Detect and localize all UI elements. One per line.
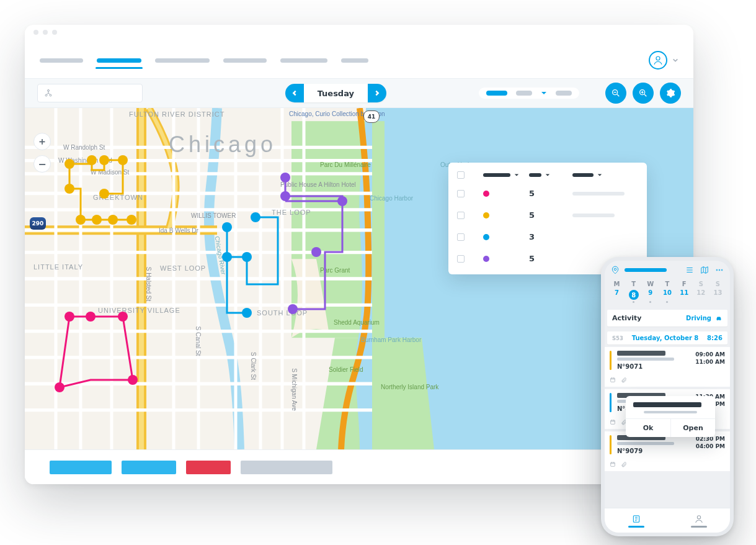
checkbox[interactable] — [457, 171, 465, 179]
caret-down-icon[interactable] — [514, 173, 519, 178]
svg-point-39 — [719, 319, 721, 320]
phone-tab-profile[interactable] — [691, 514, 707, 528]
date-label[interactable]: Tuesday — [304, 89, 368, 98]
caret-down-icon[interactable] — [597, 173, 602, 178]
map-text: THE LOOP — [272, 209, 311, 216]
phone-topbar — [605, 261, 730, 279]
phone-mock: M T W T F S S 7 8 9 10 11 12 13 Activity… — [601, 257, 734, 536]
count: 5 — [529, 189, 564, 198]
map-text: Chicago Harbor — [370, 195, 413, 202]
date-time: 8:26 — [707, 335, 723, 341]
entry-code: N°9071 — [617, 363, 690, 370]
count: 5 — [529, 210, 564, 220]
phone-tab-agenda[interactable] — [628, 514, 644, 528]
zoom-in-button[interactable] — [633, 83, 654, 104]
checkbox[interactable] — [457, 233, 465, 241]
map-text: S Michigan Ave — [291, 368, 298, 411]
settings-button[interactable] — [660, 83, 681, 104]
phone-week[interactable]: M T W T F S S 7 8 9 10 11 12 13 — [605, 279, 730, 305]
checkbox[interactable] — [457, 255, 465, 263]
nav-item[interactable] — [280, 58, 327, 63]
window-dot — [52, 30, 57, 35]
popup-ok-button[interactable]: Ok — [626, 419, 670, 437]
day[interactable]: 12 — [693, 289, 709, 301]
map[interactable]: ＋ − Chicago FULTON RIVER DISTRICT W Rand… — [25, 108, 693, 449]
search-input[interactable] — [37, 84, 143, 102]
nav-item[interactable] — [223, 58, 267, 63]
checkbox[interactable] — [457, 212, 465, 219]
map-text: Public House A Hilton Hotel — [280, 181, 356, 188]
svg-rect-42 — [611, 462, 615, 466]
color-dot — [483, 212, 489, 218]
popup-open-button[interactable]: Open — [670, 419, 715, 437]
calendar-icon — [610, 461, 616, 467]
map-text: W Washington Blvd — [58, 157, 112, 164]
svg-point-44 — [697, 515, 700, 518]
map-text: WEST LOOP — [160, 264, 206, 272]
svg-rect-40 — [611, 378, 615, 382]
activity-card[interactable]: Activity Driving — [607, 310, 727, 327]
city-label: Chicago — [169, 132, 277, 158]
map-text: WILLIS TOWER — [191, 212, 236, 219]
date-card[interactable]: S53 Tuesday, October 8 8:26 — [607, 331, 727, 345]
nav-item[interactable] — [341, 58, 368, 63]
zoom-in-control[interactable]: ＋ — [33, 133, 51, 150]
color-dot — [483, 256, 489, 262]
caret-down-icon[interactable] — [545, 173, 550, 178]
footer-bar — [25, 449, 693, 484]
window-dot — [33, 30, 38, 35]
footer-chip[interactable] — [50, 461, 112, 474]
legend-row[interactable]: 5 — [448, 182, 647, 204]
map-text: Northerly Island Park — [381, 384, 438, 390]
footer-chip[interactable] — [122, 461, 176, 474]
svg-rect-41 — [611, 420, 615, 424]
hw-badge: 41 — [363, 110, 380, 123]
svg-point-37 — [721, 269, 723, 271]
svg-point-35 — [716, 269, 718, 271]
footer-chip[interactable] — [186, 461, 231, 474]
map-text: S Clark St — [250, 352, 257, 380]
list-icon[interactable] — [685, 266, 694, 274]
map-text: Parc Grant — [320, 267, 350, 274]
color-dot — [483, 234, 489, 240]
zoom-out-button[interactable] — [605, 83, 626, 104]
activity-mode: Driving — [686, 315, 711, 322]
legend-row[interactable]: 5 — [448, 204, 647, 226]
calendar-icon — [610, 377, 616, 383]
chevron-down-icon[interactable] — [672, 57, 678, 63]
day[interactable]: 10 — [659, 289, 675, 301]
date-selector: Tuesday — [285, 84, 386, 102]
legend-bar — [572, 214, 615, 217]
nav-item-active[interactable] — [97, 58, 141, 63]
visit-entry[interactable]: N°9071 09:00 AM11:00 AM — [605, 347, 730, 387]
filter-chip — [556, 91, 572, 96]
zoom-out-control[interactable]: − — [33, 155, 51, 173]
count: 3 — [529, 232, 564, 241]
svg-point-34 — [614, 268, 616, 271]
day[interactable]: 9 — [642, 289, 659, 301]
car-icon — [715, 315, 723, 322]
attachment-icon — [621, 461, 627, 467]
location-icon[interactable] — [611, 266, 620, 274]
day-selected[interactable]: 8 — [625, 289, 642, 301]
nav-item[interactable] — [40, 58, 83, 63]
map-text: S Halsted St — [145, 267, 152, 302]
date-prev-button[interactable] — [285, 84, 304, 102]
map-icon[interactable] — [700, 266, 709, 274]
map-base — [25, 108, 693, 449]
more-icon[interactable] — [715, 266, 724, 274]
avatar-icon[interactable] — [649, 51, 667, 70]
calendar-icon — [610, 419, 616, 425]
date-next-button[interactable] — [368, 84, 386, 102]
checkbox[interactable] — [457, 190, 465, 197]
day[interactable]: 11 — [676, 289, 693, 301]
day[interactable]: 13 — [709, 289, 726, 301]
legend-header — [448, 168, 647, 182]
window-dot — [43, 30, 48, 35]
visit-entry[interactable]: N°9079 02:30 PM04:00 PM — [605, 431, 730, 471]
nav-item[interactable] — [155, 58, 210, 63]
day[interactable]: 7 — [608, 289, 625, 301]
footer-chip[interactable] — [241, 461, 332, 474]
filter-group[interactable] — [479, 88, 579, 99]
legend-row[interactable]: 3 — [448, 226, 647, 248]
